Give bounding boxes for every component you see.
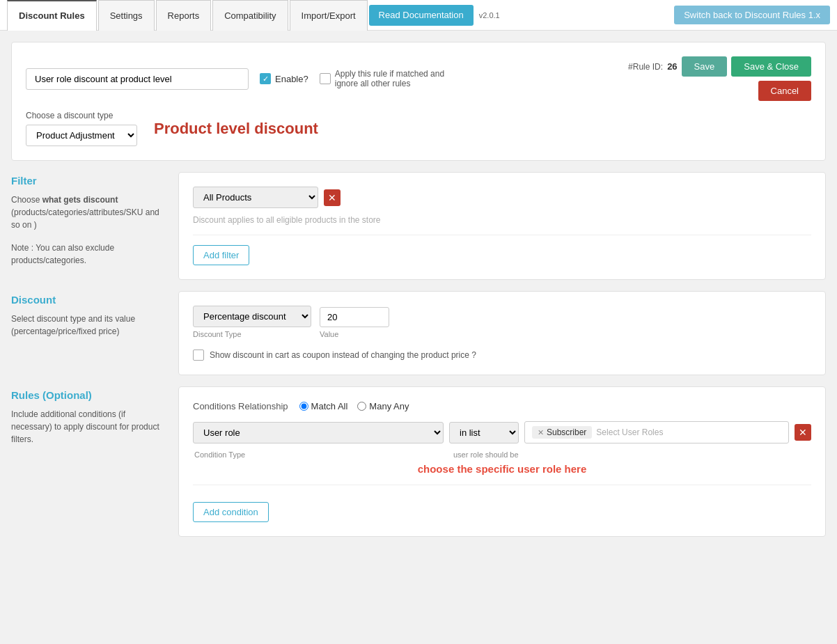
subscriber-tag: ✕ Subscriber bbox=[532, 426, 592, 439]
many-any-radio[interactable]: Many Any bbox=[357, 401, 409, 411]
filter-title: Filter bbox=[11, 175, 164, 187]
discount-row: Percentage discount Price discount Fixed… bbox=[193, 306, 811, 338]
subscriber-label: Subscriber bbox=[547, 427, 586, 437]
condition-row-wrapper: User role in list not in list ✕ Subscrib… bbox=[193, 421, 811, 459]
rules-section-layout: Rules (Optional) Include additional cond… bbox=[11, 386, 826, 537]
discount-value-field: Value bbox=[320, 307, 389, 338]
enable-section: Enable? bbox=[260, 73, 308, 84]
add-condition-button[interactable]: Add condition bbox=[193, 502, 269, 522]
add-filter-button[interactable]: Add filter bbox=[193, 245, 249, 265]
discount-section-left: Discount Select discount type and its va… bbox=[11, 291, 164, 375]
filter-section-right: All Products Specific Products Product C… bbox=[178, 172, 826, 280]
coupon-checkbox[interactable] bbox=[193, 350, 204, 361]
version-badge: v2.0.1 bbox=[479, 11, 500, 19]
filter-note: Note : You can also exclude products/cat… bbox=[11, 242, 164, 267]
product-level-heading: Product level discount bbox=[154, 120, 318, 138]
tab-compatibility[interactable]: Compatibility bbox=[212, 0, 288, 31]
tab-settings[interactable]: Settings bbox=[98, 0, 155, 31]
tab-discount-rules[interactable]: Discount Rules bbox=[7, 0, 97, 31]
select-user-roles-placeholder: Select User Roles bbox=[596, 427, 663, 437]
apply-rule-section: Apply this rule if matched and ignore al… bbox=[320, 69, 460, 88]
cond-op-label: user role should be bbox=[452, 450, 522, 459]
cancel-button[interactable]: Cancel bbox=[758, 81, 811, 101]
discount-type-select[interactable]: Product Adjustment Cart Adjustment Bulk … bbox=[26, 125, 137, 146]
filter-row: All Products Specific Products Product C… bbox=[193, 187, 811, 208]
rule-title-input[interactable] bbox=[26, 68, 249, 90]
rule-header-card: Enable? Apply this rule if matched and i… bbox=[11, 42, 826, 161]
filter-value-select[interactable]: All Products Specific Products Product C… bbox=[193, 187, 318, 208]
rules-description: Include additional conditions (if necess… bbox=[11, 408, 164, 446]
read-documentation-button[interactable]: Read Documentation bbox=[369, 5, 474, 26]
discount-description: Select discount type and its value (perc… bbox=[11, 313, 164, 338]
discount-value-label: Value bbox=[320, 330, 389, 338]
cond-type-label: Condition Type bbox=[193, 450, 444, 459]
condition-row: User role in list not in list ✕ Subscrib… bbox=[193, 421, 811, 443]
rules-section-left: Rules (Optional) Include additional cond… bbox=[11, 386, 164, 537]
match-all-radio-input[interactable] bbox=[299, 402, 308, 411]
switch-back-button[interactable]: Switch back to Discount Rules 1.x bbox=[674, 6, 830, 24]
match-all-radio[interactable]: Match All bbox=[299, 401, 348, 411]
discount-value-input[interactable] bbox=[320, 307, 389, 327]
save-button[interactable]: Save bbox=[682, 56, 728, 77]
enable-checkbox[interactable] bbox=[260, 73, 271, 84]
filter-hint: Discount applies to all eligible product… bbox=[193, 215, 811, 225]
save-close-button[interactable]: Save & Close bbox=[731, 56, 811, 77]
apply-rule-text: Apply this rule if matched and ignore al… bbox=[335, 69, 460, 88]
condition-type-select[interactable]: User role bbox=[193, 422, 444, 443]
rule-id-label: #Rule ID: bbox=[628, 62, 663, 72]
filter-description: Choose what gets discount (products/cate… bbox=[11, 194, 164, 231]
rules-title: Rules (Optional) bbox=[11, 389, 164, 401]
rules-section-right: Conditions Relationship Match All Many A… bbox=[178, 386, 826, 537]
many-any-label: Many Any bbox=[369, 401, 409, 411]
tag-remove-icon[interactable]: ✕ bbox=[538, 428, 544, 437]
rule-id-section: #Rule ID: 26 Save Save & Close Cancel bbox=[628, 56, 811, 101]
discount-section-layout: Discount Select discount type and its va… bbox=[11, 291, 826, 375]
condition-value-field[interactable]: ✕ Subscriber Select User Roles bbox=[524, 421, 789, 443]
apply-rule-checkbox[interactable] bbox=[320, 73, 331, 84]
discount-type-value-select[interactable]: Percentage discount Price discount Fixed… bbox=[193, 306, 311, 327]
rule-id-value: 26 bbox=[667, 61, 677, 72]
discount-section-right: Percentage discount Price discount Fixed… bbox=[178, 291, 826, 375]
filter-section-left: Filter Choose what gets discount (produc… bbox=[11, 172, 164, 280]
enable-label: Enable? bbox=[275, 74, 308, 84]
top-nav: Discount Rules Settings Reports Compatib… bbox=[0, 0, 837, 31]
radio-group: Match All Many Any bbox=[299, 401, 409, 411]
many-any-radio-input[interactable] bbox=[357, 402, 366, 411]
choose-discount-type-label: Choose a discount type bbox=[26, 111, 137, 120]
filter-section-layout: Filter Choose what gets discount (produc… bbox=[11, 172, 826, 280]
condition-operator-select[interactable]: in list not in list bbox=[449, 422, 519, 443]
condition-remove-button[interactable]: ✕ bbox=[795, 424, 811, 441]
tab-reports[interactable]: Reports bbox=[156, 0, 212, 31]
discount-title: Discount bbox=[11, 294, 164, 306]
condition-labels-row: Condition Type user role should be bbox=[193, 449, 811, 459]
choose-role-hint: choose the specific user role here bbox=[193, 463, 811, 475]
discount-type-field: Percentage discount Price discount Fixed… bbox=[193, 306, 311, 338]
conditions-rel-label: Conditions Relationship bbox=[193, 401, 288, 411]
discount-type-row: Choose a discount type Product Adjustmen… bbox=[26, 111, 811, 146]
coupon-label: Show discount in cart as coupon instead … bbox=[210, 350, 476, 360]
filter-remove-button[interactable]: ✕ bbox=[324, 189, 341, 206]
coupon-row: Show discount in cart as coupon instead … bbox=[193, 350, 811, 361]
match-all-label: Match All bbox=[311, 401, 348, 411]
discount-type-field-label: Discount Type bbox=[193, 330, 311, 338]
conditions-relationship-row: Conditions Relationship Match All Many A… bbox=[193, 401, 811, 411]
tab-import-export[interactable]: Import/Export bbox=[290, 0, 368, 31]
